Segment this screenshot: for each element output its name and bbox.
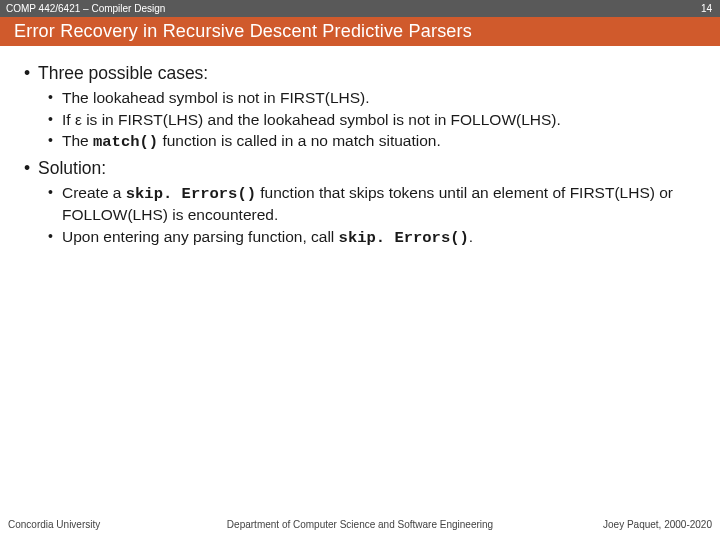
code-span: skip. Errors() bbox=[339, 229, 469, 247]
section-heading-text: Three possible cases: bbox=[38, 63, 208, 83]
slide: COMP 442/6421 – Compiler Design 14 Error… bbox=[0, 0, 720, 540]
slide-title: Error Recovery in Recursive Descent Pred… bbox=[14, 21, 472, 42]
text-span: Upon entering any parsing function, call bbox=[62, 228, 339, 245]
text-span: If bbox=[62, 111, 75, 128]
section-heading-text: Solution: bbox=[38, 158, 106, 178]
list-item: The lookahead symbol is not in FIRST(LHS… bbox=[46, 88, 704, 109]
text-span: The bbox=[62, 132, 93, 149]
sub-list: The lookahead symbol is not in FIRST(LHS… bbox=[38, 88, 704, 154]
footer-right: Joey Paquet, 2000-2020 bbox=[603, 519, 712, 530]
footer-mid: Department of Computer Science and Softw… bbox=[227, 519, 493, 530]
slide-body: Three possible cases:The lookahead symbo… bbox=[0, 46, 720, 514]
text-span: The lookahead symbol is not in FIRST(LHS… bbox=[62, 89, 370, 106]
slide-title-bar: Error Recovery in Recursive Descent Pred… bbox=[0, 17, 720, 46]
text-span: function is called in a no match situati… bbox=[158, 132, 441, 149]
text-span: Create a bbox=[62, 184, 126, 201]
section-heading: Solution:Create a skip. Errors() functio… bbox=[20, 157, 704, 248]
sub-list: Create a skip. Errors() function that sk… bbox=[38, 183, 704, 249]
text-span: . bbox=[469, 228, 473, 245]
body-list: Three possible cases:The lookahead symbo… bbox=[16, 62, 704, 249]
code-span: skip. Errors() bbox=[126, 185, 256, 203]
section-heading: Three possible cases:The lookahead symbo… bbox=[20, 62, 704, 153]
list-item: Upon entering any parsing function, call… bbox=[46, 227, 704, 249]
footer-left: Concordia University bbox=[8, 519, 100, 530]
topbar: COMP 442/6421 – Compiler Design 14 bbox=[0, 0, 720, 17]
list-item: Create a skip. Errors() function that sk… bbox=[46, 183, 704, 226]
page-number: 14 bbox=[701, 3, 712, 14]
code-span: match() bbox=[93, 133, 158, 151]
course-code: COMP 442/6421 – Compiler Design bbox=[6, 3, 165, 14]
text-span: ε bbox=[75, 111, 82, 128]
list-item: The match() function is called in a no m… bbox=[46, 131, 704, 153]
footer: Concordia University Department of Compu… bbox=[0, 514, 720, 540]
text-span: is in FIRST(LHS) and the lookahead symbo… bbox=[82, 111, 561, 128]
list-item: If ε is in FIRST(LHS) and the lookahead … bbox=[46, 110, 704, 131]
